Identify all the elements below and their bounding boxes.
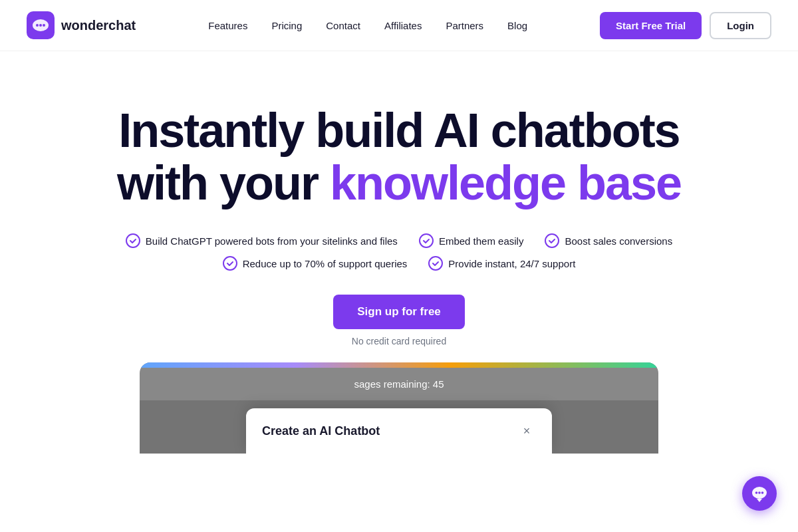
- signup-button[interactable]: Sign up for free: [333, 295, 465, 329]
- demo-section: sages remaining: 45 Create an AI Chatbot…: [140, 362, 658, 454]
- nav-contact[interactable]: Contact: [326, 20, 360, 31]
- hero-title: Instantly build AI chatbots with your kn…: [117, 104, 681, 209]
- demo-modal-title: Create an AI Chatbot: [262, 424, 380, 438]
- check-icon-2: [419, 233, 434, 248]
- hero-features-list: Build ChatGPT powered bots from your sit…: [100, 233, 698, 271]
- demo-top-bar: [140, 362, 658, 368]
- nav-partners[interactable]: Partners: [446, 20, 483, 31]
- no-credit-card-text: No credit card required: [352, 336, 446, 346]
- nav-affiliates[interactable]: Affiliates: [384, 20, 422, 31]
- start-trial-button[interactable]: Start Free Trial: [600, 12, 702, 39]
- check-icon-1: [126, 233, 140, 248]
- navbar: wonderchat Features Pricing Contact Affi…: [0, 0, 798, 51]
- check-icon-4: [223, 256, 237, 271]
- feature-item-1: Build ChatGPT powered bots from your sit…: [126, 233, 398, 248]
- demo-messages-bar: sages remaining: 45: [140, 368, 658, 400]
- feature-item-4: Reduce up to 70% of support queries: [223, 256, 408, 271]
- svg-point-1: [36, 24, 39, 27]
- nav-blog[interactable]: Blog: [507, 20, 527, 31]
- feature-item-5: Provide instant, 24/7 support: [428, 256, 575, 271]
- nav-actions: Start Free Trial Login: [600, 12, 771, 39]
- demo-close-button[interactable]: ×: [517, 422, 536, 440]
- brand-name: wonderchat: [61, 18, 136, 33]
- check-icon-3: [545, 233, 559, 248]
- svg-point-3: [43, 24, 45, 27]
- logo-icon: [27, 11, 55, 39]
- login-button[interactable]: Login: [710, 12, 771, 39]
- nav-pricing[interactable]: Pricing: [271, 20, 302, 31]
- nav-links: Features Pricing Contact Affiliates Part…: [208, 20, 527, 31]
- feature-item-2: Embed them easily: [419, 233, 524, 248]
- feature-item-3: Boost sales conversions: [545, 233, 672, 248]
- check-icon-5: [428, 256, 443, 271]
- demo-modal: Create an AI Chatbot ×: [246, 408, 552, 454]
- brand-logo[interactable]: wonderchat: [27, 11, 136, 39]
- nav-features[interactable]: Features: [208, 20, 247, 31]
- hero-section: Instantly build AI chatbots with your kn…: [0, 51, 798, 480]
- svg-point-2: [39, 24, 42, 27]
